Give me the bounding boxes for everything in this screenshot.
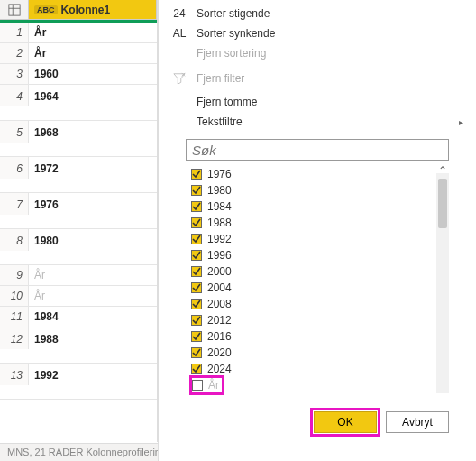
checkbox-checked-icon[interactable] xyxy=(191,347,202,358)
table-row[interactable]: 9År xyxy=(0,265,157,286)
table-row[interactable]: 51968 xyxy=(0,121,157,157)
filter-label: 2012 xyxy=(207,314,232,327)
checkbox-checked-icon[interactable] xyxy=(191,299,202,309)
cell-value: År xyxy=(29,43,157,63)
checkbox-checked-icon[interactable] xyxy=(191,169,202,180)
filter-panel: 24 Sorter stigende AL Sorter synkende Fj… xyxy=(158,0,476,461)
table-row[interactable]: 41964 xyxy=(0,85,157,121)
row-number: 6 xyxy=(0,157,29,179)
column-header-row: ABC Kolonne1 xyxy=(0,0,157,20)
text-filters-label: Tekstfiltre xyxy=(197,115,243,128)
cell-value: År xyxy=(29,23,157,42)
cell-value: År xyxy=(29,286,157,306)
sort-asc-icon: 24 xyxy=(171,7,188,20)
filter-label: 2020 xyxy=(207,346,232,359)
filter-label: 2000 xyxy=(207,265,232,278)
clear-sort-label: Fjern sortering xyxy=(197,47,266,60)
checkbox-checked-icon[interactable] xyxy=(191,234,202,244)
table-area: ABC Kolonne1 1År2År319604196451968619727… xyxy=(0,0,158,442)
filter-label: 1980 xyxy=(207,184,232,197)
table-row[interactable]: 71976 xyxy=(0,193,157,229)
row-number: 12 xyxy=(0,327,29,349)
filter-label: 1996 xyxy=(207,249,232,262)
filter-label: 1976 xyxy=(207,168,232,180)
type-badge: ABC xyxy=(34,5,58,14)
table-rows: 1År2År3196041964519686197271976819809År1… xyxy=(0,23,157,400)
cell-value: 1976 xyxy=(29,193,157,215)
checkbox-checked-icon[interactable] xyxy=(191,331,202,342)
table-row[interactable]: 31960 xyxy=(0,64,157,85)
text-filters[interactable]: Tekstfiltre ▸ xyxy=(169,112,465,132)
table-row[interactable]: 131992 xyxy=(0,364,157,400)
scroll-up-icon[interactable]: ⌃ xyxy=(436,166,449,177)
checkbox-checked-icon[interactable] xyxy=(191,364,202,374)
table-row[interactable]: 10År xyxy=(0,286,157,307)
filter-label: 2024 xyxy=(207,363,232,375)
button-row: OK Avbryt xyxy=(169,401,465,433)
table-row[interactable]: 121988 xyxy=(0,327,157,364)
column-header-label: Kolonne1 xyxy=(61,4,111,16)
filter-item[interactable]: 1992 xyxy=(191,231,449,247)
filter-item[interactable]: 1984 xyxy=(191,198,449,215)
filter-item-null[interactable]: År xyxy=(191,377,223,393)
row-number: 13 xyxy=(0,364,29,385)
checkbox-checked-icon[interactable] xyxy=(191,250,202,261)
filter-item[interactable]: 2012 xyxy=(191,312,449,328)
row-number: 9 xyxy=(0,265,29,285)
chevron-right-icon: ▸ xyxy=(459,117,463,127)
row-number: 11 xyxy=(0,307,29,327)
checkbox-checked-icon[interactable] xyxy=(191,266,202,277)
table-row[interactable]: 61972 xyxy=(0,157,157,193)
row-number: 7 xyxy=(0,193,29,215)
filter-item[interactable]: 2020 xyxy=(191,345,449,361)
table-row[interactable]: 1År xyxy=(0,23,157,43)
cell-value: År xyxy=(29,265,157,285)
checkbox-checked-icon[interactable] xyxy=(191,185,202,196)
table-corner-icon[interactable] xyxy=(0,0,29,19)
filter-item[interactable]: 1980 xyxy=(191,182,449,198)
scrollbar-thumb[interactable] xyxy=(438,179,447,228)
cell-value: 1984 xyxy=(29,307,157,327)
filter-item[interactable]: 2004 xyxy=(191,280,449,296)
checkbox-unchecked-icon[interactable] xyxy=(192,380,203,391)
table-row[interactable]: 111984 xyxy=(0,307,157,327)
sort-desc-label: Sorter synkende xyxy=(197,27,275,40)
cell-value: 1972 xyxy=(29,157,157,179)
filter-label: 1988 xyxy=(207,217,232,229)
clear-filter: Fjern filter xyxy=(169,69,465,88)
filter-item[interactable]: 2024 xyxy=(191,361,449,377)
filter-label: 1984 xyxy=(207,200,232,213)
ok-button[interactable]: OK xyxy=(314,411,377,433)
remove-empty[interactable]: Fjern tomme xyxy=(169,92,465,112)
checkbox-checked-icon[interactable] xyxy=(191,282,202,293)
table-row[interactable]: 81980 xyxy=(0,229,157,265)
filter-item[interactable]: 2000 xyxy=(191,263,449,280)
sort-ascending[interactable]: 24 Sorter stigende xyxy=(169,4,465,23)
row-number: 5 xyxy=(0,121,29,143)
svg-rect-0 xyxy=(8,4,19,14)
filter-item[interactable]: 1996 xyxy=(191,247,449,263)
cancel-button[interactable]: Avbryt xyxy=(386,411,449,433)
scrollbar-track[interactable] xyxy=(436,173,449,393)
row-number: 10 xyxy=(0,286,29,306)
filter-item[interactable]: 1976 xyxy=(191,166,449,182)
cell-value: 1964 xyxy=(29,85,157,106)
search-input[interactable] xyxy=(187,140,448,160)
search-box[interactable] xyxy=(186,139,449,161)
sort-descending[interactable]: AL Sorter synkende xyxy=(169,23,465,43)
filter-item[interactable]: 1988 xyxy=(191,215,449,231)
filter-clear-icon xyxy=(171,72,188,85)
filter-item[interactable]: 2008 xyxy=(191,296,449,312)
column-header-kolonne1[interactable]: ABC Kolonne1 xyxy=(29,0,157,19)
checkbox-checked-icon[interactable] xyxy=(191,217,202,228)
sort-desc-icon: AL xyxy=(171,27,188,40)
table-row[interactable]: 2År xyxy=(0,43,157,64)
checkbox-checked-icon[interactable] xyxy=(191,201,202,212)
filter-list: 1976198019841988199219962000200420082012… xyxy=(186,166,449,401)
row-number: 2 xyxy=(0,43,29,63)
cell-value: 1968 xyxy=(29,121,157,143)
checkbox-checked-icon[interactable] xyxy=(191,315,202,326)
filter-label: 2016 xyxy=(207,330,232,343)
filter-item[interactable]: 2016 xyxy=(191,328,449,345)
row-number: 1 xyxy=(0,23,29,42)
